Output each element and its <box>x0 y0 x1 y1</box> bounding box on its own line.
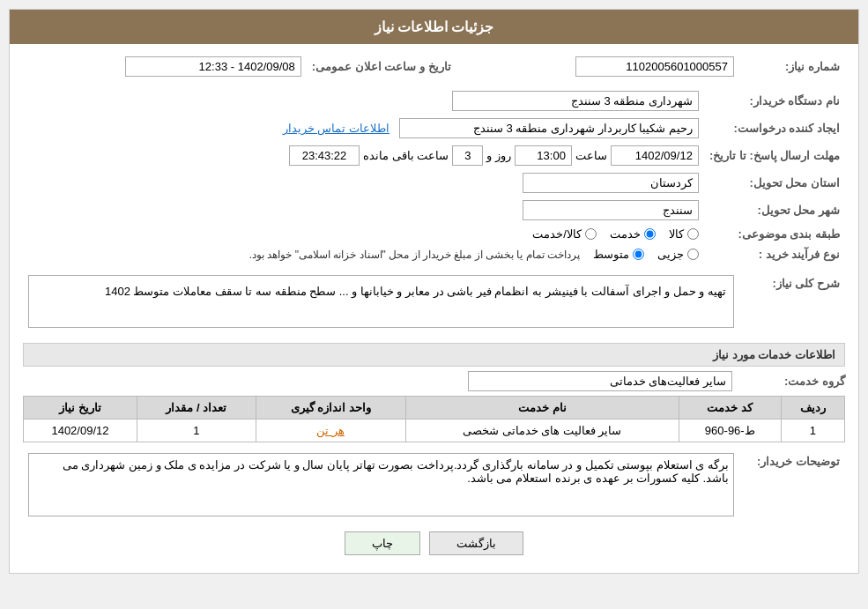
top-info-table: شماره نیاز: 1102005601000557 تاریخ و ساع… <box>23 53 845 80</box>
province-value: کردستان <box>523 173 699 193</box>
need-number-value: 1102005601000557 <box>575 56 734 77</box>
creator-value: رحیم شکیبا کاربردار شهرداری منطقه 3 سنند… <box>399 118 699 138</box>
process-motavasset: متوسط <box>593 248 644 261</box>
need-desc-cell: تهیه و حمل و اجرای آسفالت با فینیشر به ا… <box>23 271 739 336</box>
notes-label: توضیحات خریدار: <box>739 449 845 523</box>
desc-table: شرح کلی نیاز: تهیه و حمل و اجرای آسفالت … <box>23 271 845 336</box>
notes-table: توضیحات خریدار: <box>23 449 845 523</box>
category-khedmat: خدمت <box>610 227 656 241</box>
city-cell: سنندج <box>23 197 704 224</box>
process-motavasset-label: متوسط <box>593 248 629 261</box>
category-kala: کالا <box>669 227 699 241</box>
buttons-row: بازگشت چاپ <box>23 531 845 555</box>
city-label: شهر محل تحویل: <box>704 197 845 224</box>
process-note: پرداخت تمام یا بخشی از مبلغ خریدار از مح… <box>249 249 580 261</box>
cell-qty: 1 <box>137 420 256 442</box>
main-container: جزئیات اطلاعات نیاز شماره نیاز: 11020056… <box>9 9 859 574</box>
province-cell: کردستان <box>23 169 704 197</box>
date-label: تاریخ و ساعت اعلان عمومی: <box>307 53 456 80</box>
category-kala-label: کالا <box>669 227 684 241</box>
category-kala-khedmat-radio[interactable] <box>585 228 597 240</box>
services-table: ردیف کد خدمت نام خدمت واحد اندازه گیری ت… <box>23 396 845 442</box>
deadline-time: 13:00 <box>515 145 572 166</box>
col-header-qty: تعداد / مقدار <box>137 397 256 420</box>
cell-code: ط-96-960 <box>679 420 781 442</box>
creator-contact-link[interactable]: اطلاعات تماس خریدار <box>283 122 389 135</box>
deadline-date: 1402/09/12 <box>611 145 699 166</box>
province-label: استان محل تحویل: <box>704 169 845 197</box>
print-button[interactable]: چاپ <box>345 531 420 555</box>
deadline-remaining-label: ساعت باقی مانده <box>363 149 449 162</box>
cell-unit: هر تن <box>256 420 405 442</box>
buyer-org-value: شهرداری منطقه 3 سنندج <box>452 91 699 111</box>
creator-cell: رحیم شکیبا کاربردار شهرداری منطقه 3 سنند… <box>23 115 704 142</box>
col-header-unit: واحد اندازه گیری <box>256 397 405 420</box>
buyer-table: نام دستگاه خریدار: شهرداری منطقه 3 سنندج… <box>23 87 845 264</box>
category-kala-khedmat-label: کالا/خدمت <box>532 227 582 241</box>
category-khedmat-radio[interactable] <box>644 228 656 240</box>
process-jozi: جزیی <box>657 248 699 261</box>
col-header-name: نام خدمت <box>405 397 679 420</box>
category-khedmat-label: خدمت <box>610 227 641 241</box>
col-header-row: ردیف <box>781 397 844 420</box>
category-kala-radio[interactable] <box>687 228 699 240</box>
creator-label: ایجاد کننده درخواست: <box>704 115 845 142</box>
notes-cell <box>23 449 739 523</box>
category-kala-khedmat: کالا/خدمت <box>532 227 597 241</box>
deadline-time-label: ساعت <box>575 149 607 162</box>
need-desc-label: شرح کلی نیاز: <box>739 271 845 336</box>
process-label: نوع فرآیند خرید : <box>704 244 845 264</box>
deadline-remaining: 23:43:22 <box>289 145 360 166</box>
process-jozi-radio[interactable] <box>687 249 699 260</box>
header-title: جزئیات اطلاعات نیاز <box>375 19 494 34</box>
process-cell: جزیی متوسط پرداخت تمام یا بخشی از مبلغ خ… <box>23 244 704 264</box>
buyer-org-label: نام دستگاه خریدار: <box>704 87 845 115</box>
need-desc-value: تهیه و حمل و اجرای آسفالت با فینیشر به ا… <box>28 275 734 328</box>
cell-date: 1402/09/12 <box>24 420 137 442</box>
group-row: گروه خدمت: سایر فعالیت‌های خدماتی <box>23 371 845 391</box>
table-row: 1 ط-96-960 سایر فعالیت های خدماتی شخصی ه… <box>24 420 845 442</box>
services-section-title: اطلاعات خدمات مورد نیاز <box>23 343 845 367</box>
page-header: جزئیات اطلاعات نیاز <box>10 10 858 44</box>
deadline-days: 3 <box>452 145 483 166</box>
group-value: سایر فعالیت‌های خدماتی <box>468 371 732 391</box>
category-cell: کالا خدمت کالا/خدمت <box>23 224 704 244</box>
deadline-cell: 1402/09/12 ساعت 13:00 روز و 3 ساعت باقی … <box>23 142 704 169</box>
cell-row: 1 <box>781 420 844 442</box>
need-number-cell: 1102005601000557 <box>483 53 739 80</box>
city-value: سنندج <box>523 200 699 220</box>
col-header-date: تاریخ نیاز <box>24 397 137 420</box>
process-motavasset-radio[interactable] <box>633 249 644 260</box>
process-jozi-label: جزیی <box>657 248 684 261</box>
cell-name: سایر فعالیت های خدماتی شخصی <box>405 420 679 442</box>
col-header-code: کد خدمت <box>679 397 781 420</box>
buyer-org-cell: شهرداری منطقه 3 سنندج <box>23 87 704 115</box>
content-area: شماره نیاز: 1102005601000557 تاریخ و ساع… <box>10 44 858 573</box>
deadline-label: مهلت ارسال پاسخ: تا تاریخ: <box>704 142 845 169</box>
deadline-days-label: روز و <box>486 149 511 162</box>
group-label: گروه خدمت: <box>739 375 845 388</box>
category-label: طبقه بندی موضوعی: <box>704 224 845 244</box>
back-button[interactable]: بازگشت <box>429 531 523 555</box>
date-cell: 1402/09/08 - 12:33 <box>23 53 307 80</box>
date-value: 1402/09/08 - 12:33 <box>125 56 301 77</box>
notes-textarea[interactable] <box>28 453 734 516</box>
need-number-label: شماره نیاز: <box>739 53 845 80</box>
